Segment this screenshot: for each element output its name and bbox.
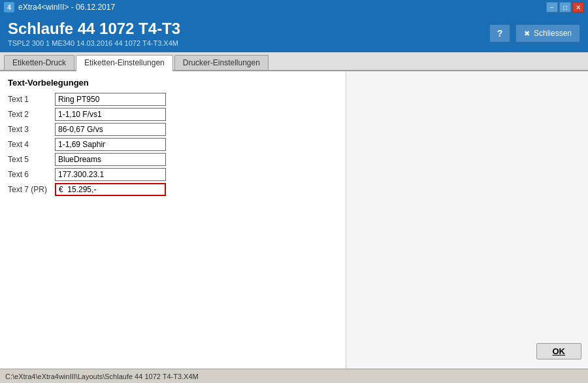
minimize-button[interactable]: − — [546, 2, 558, 12]
title-bar-text: eXtra4<winIII> - 06.12.2017 — [18, 3, 115, 12]
title-bar-left: 4 eXtra4<winIII> - 06.12.2017 — [4, 2, 115, 12]
tab-etiketten-druck[interactable]: Etiketten-Druck — [4, 55, 74, 70]
input-text6[interactable] — [55, 168, 166, 181]
label-text3: Text 3 — [8, 125, 55, 134]
label-text6: Text 6 — [8, 170, 55, 179]
schliessen-button[interactable]: ✖ Schliessen — [515, 24, 580, 42]
title-bar-controls: − □ ✕ — [546, 2, 584, 12]
input-text3[interactable] — [55, 123, 166, 136]
form-row-text3: Text 3 — [8, 123, 338, 136]
help-button[interactable]: ? — [489, 24, 510, 42]
label-text4: Text 4 — [8, 140, 55, 149]
form-row-text2: Text 2 — [8, 108, 338, 121]
maximize-button[interactable]: □ — [559, 2, 571, 12]
label-text2: Text 2 — [8, 110, 55, 119]
right-panel: OK — [346, 71, 588, 369]
close-button-label: Schliessen — [534, 29, 572, 38]
section-title: Text-Vorbelegungen — [8, 78, 338, 88]
tab-bar: Etiketten-Druck Etiketten-Einstellungen … — [0, 52, 588, 71]
status-bar: C:\eXtra4\eXtra4winIII\Layouts\Schlaufe … — [0, 369, 588, 383]
close-icon: ✖ — [524, 29, 530, 38]
app-icon: 4 — [4, 2, 14, 12]
ok-button[interactable]: OK — [536, 343, 582, 359]
input-text4[interactable] — [55, 138, 166, 151]
tab-etiketten-einstellungen[interactable]: Etiketten-Einstellungen — [76, 55, 173, 71]
form-row-text6: Text 6 — [8, 168, 338, 181]
input-text2[interactable] — [55, 108, 166, 121]
left-panel: Text-Vorbelegungen Text 1 Text 2 Text 3 … — [0, 71, 346, 369]
label-text1: Text 1 — [8, 95, 55, 104]
title-bar: 4 eXtra4<winIII> - 06.12.2017 − □ ✕ — [0, 0, 588, 14]
header-left: Schlaufe 44 1072 T4-T3 TSPL2 300 1 ME340… — [8, 20, 180, 48]
close-window-button[interactable]: ✕ — [572, 2, 584, 12]
status-path: C:\eXtra4\eXtra4winIII\Layouts\Schlaufe … — [5, 373, 199, 380]
page-title: Schlaufe 44 1072 T4-T3 — [8, 20, 180, 39]
input-text5[interactable] — [55, 153, 166, 166]
input-text1[interactable] — [55, 93, 166, 106]
header: Schlaufe 44 1072 T4-T3 TSPL2 300 1 ME340… — [0, 14, 588, 52]
form-row-text7: Text 7 (PR) — [8, 183, 338, 196]
content-area: Text-Vorbelegungen Text 1 Text 2 Text 3 … — [0, 71, 588, 369]
header-right: ? ✖ Schliessen — [489, 24, 580, 42]
form-row-text4: Text 4 — [8, 138, 338, 151]
page-subtitle: TSPL2 300 1 ME340 14.03.2016 44 1072 T4-… — [8, 39, 180, 47]
input-text7[interactable] — [55, 183, 166, 196]
tab-drucker-einstellungen[interactable]: Drucker-Einstellungen — [174, 55, 269, 70]
form-row-text1: Text 1 — [8, 93, 338, 106]
main-area: Etiketten-Druck Etiketten-Einstellungen … — [0, 52, 588, 383]
label-text7: Text 7 (PR) — [8, 185, 55, 194]
form-row-text5: Text 5 — [8, 153, 338, 166]
label-text5: Text 5 — [8, 155, 55, 164]
